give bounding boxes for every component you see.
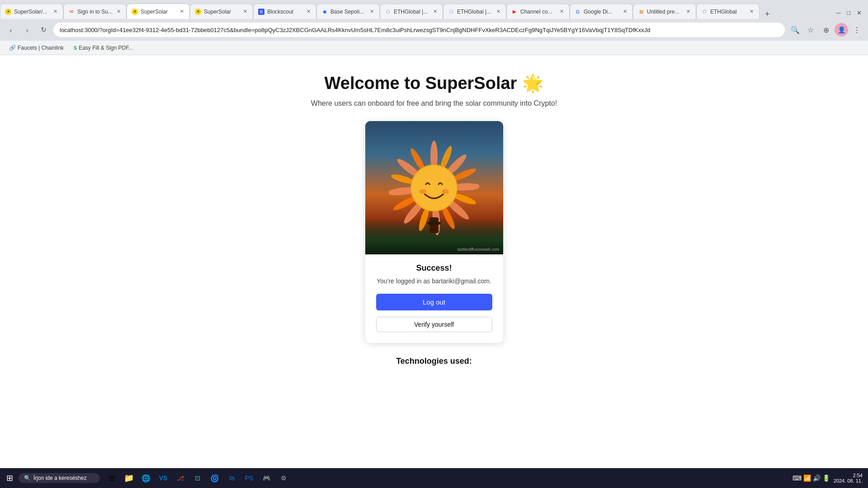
taskbar: ⊞ 🔍 Írjon ide a kereséshez ⊞ 📁 🌐 VS ⎇ ⊡ …: [0, 468, 868, 470]
technologies-section-title: Technologies used:: [396, 357, 472, 366]
card-body: Success! You're logged in as bartariki@g…: [365, 254, 503, 343]
back-button[interactable]: ‹: [5, 23, 17, 36]
page-content: Welcome to SuperSolar 🌟 Where users can …: [0, 55, 868, 470]
logged-in-message: You're logged in as bartariki@gmail.com.: [376, 277, 492, 285]
tab-close-button[interactable]: ✕: [369, 8, 375, 15]
search-icon[interactable]: 🔍: [788, 23, 802, 37]
browser-tab-active[interactable]: ☀ SuperSolar ✕: [127, 4, 190, 19]
tab-title: Base Sepoli...: [330, 9, 366, 15]
browser-tab[interactable]: ⬡ ETHGlobal ✕: [696, 4, 760, 19]
bookmark-chainlink[interactable]: 🔗 Faucets | Chainlink: [5, 43, 67, 52]
success-title: Success!: [376, 263, 492, 273]
tab-title: SuperSolar: [204, 9, 240, 15]
tab-favicon: ☀: [195, 9, 201, 15]
logout-button[interactable]: Log out: [376, 294, 492, 310]
tab-close-button[interactable]: ✕: [559, 8, 565, 15]
sun-emoji-icon: 🌟: [522, 73, 543, 93]
browser-tab[interactable]: ▶ Channel co... ✕: [506, 4, 570, 19]
browser-tab[interactable]: ◉ Base Sepoli... ✕: [316, 4, 380, 19]
browser-tab[interactable]: ⬡ ETHGlobal |... ✕: [380, 4, 443, 19]
bookmark-label: Faucets | Chainlink: [18, 45, 64, 51]
svg-rect-21: [427, 222, 441, 225]
close-button[interactable]: ✕: [854, 9, 864, 17]
tab-close-button[interactable]: ✕: [749, 8, 755, 15]
tab-close-button[interactable]: ✕: [306, 8, 311, 15]
bookmark-icon: S: [74, 45, 77, 51]
browser-tab[interactable]: ☀ SuperSolar ✕: [190, 4, 253, 19]
window-controls: ─ □ ✕: [830, 7, 868, 19]
bookmark-icon[interactable]: ☆: [804, 23, 817, 37]
tab-favicon: ▦: [638, 9, 644, 15]
tab-title: Blockscout: [267, 9, 303, 15]
tab-title: ETHGlobal |...: [457, 9, 493, 15]
tab-title: Untitled pre...: [647, 9, 683, 15]
verify-button[interactable]: Verify yourself: [376, 317, 492, 332]
bookmark-icon: 🔗: [9, 45, 16, 51]
tab-favicon: ◉: [321, 9, 328, 15]
tab-close-button[interactable]: ✕: [179, 8, 185, 15]
browser-tab[interactable]: ✉ Sign in to Su... ✕: [63, 4, 127, 19]
sun-illustration: stablediffusionweb.com: [365, 121, 503, 254]
tab-favicon: ✉: [68, 9, 75, 15]
svg-point-19: [442, 189, 449, 194]
bookmark-label: Easy Fill & Sign PDF...: [79, 45, 133, 51]
tab-favicon: ☀: [132, 9, 138, 15]
menu-button[interactable]: ⋮: [850, 23, 863, 37]
bookmarks-bar: 🔗 Faucets | Chainlink S Easy Fill & Sign…: [0, 41, 868, 55]
forward-button[interactable]: ›: [21, 23, 33, 36]
browser-tab[interactable]: B Blockscout ✕: [253, 4, 316, 19]
tab-close-button[interactable]: ✕: [495, 8, 501, 15]
browser-chrome: ☀ SuperSolar/... ✕ ✉ Sign in to Su... ✕ …: [0, 0, 868, 55]
tab-title: Sign in to Su...: [77, 9, 113, 15]
tab-favicon: G: [575, 9, 581, 15]
browser-tab[interactable]: ⬡ ETHGlobal |... ✕: [443, 4, 506, 19]
minimize-button[interactable]: ─: [834, 9, 843, 17]
tab-favicon: ⬡: [448, 9, 454, 15]
tab-title: ETHGlobal |...: [394, 9, 429, 15]
main-card: stablediffusionweb.com Success! You're l…: [365, 121, 503, 343]
card-image: stablediffusionweb.com: [365, 121, 503, 254]
url-input[interactable]: [53, 23, 785, 37]
svg-rect-20: [429, 217, 439, 233]
new-tab-button[interactable]: +: [761, 9, 774, 19]
sun-svg: [389, 138, 479, 238]
tab-favicon: ☀: [5, 9, 11, 15]
tab-title: SuperSolar/...: [14, 9, 50, 15]
tab-close-button[interactable]: ✕: [622, 8, 628, 15]
profile-icon[interactable]: 👤: [835, 23, 848, 37]
page-title: Welcome to SuperSolar 🌟: [325, 73, 544, 93]
tab-bar: ☀ SuperSolar/... ✕ ✉ Sign in to Su... ✕ …: [0, 0, 868, 19]
tab-close-button[interactable]: ✕: [116, 8, 122, 15]
tab-close-button[interactable]: ✕: [52, 8, 58, 15]
toolbar-icons: 🔍 ☆ ⊕ 👤 ⋮: [788, 23, 863, 37]
tab-favicon: ▶: [511, 9, 518, 15]
maximize-button[interactable]: □: [844, 9, 853, 17]
address-bar: ‹ › ↻ 🔍 ☆ ⊕ 👤 ⋮: [0, 19, 868, 41]
reload-button[interactable]: ↻: [37, 23, 50, 36]
browser-tab[interactable]: ▦ Untitled pre... ✕: [633, 4, 696, 19]
browser-tab[interactable]: G Google Di... ✕: [570, 4, 633, 19]
tab-title: ETHGlobal: [710, 9, 746, 15]
svg-point-18: [419, 189, 426, 194]
extensions-icon[interactable]: ⊕: [819, 23, 833, 37]
tab-close-button[interactable]: ✕: [432, 8, 438, 15]
browser-tab[interactable]: ☀ SuperSolar/... ✕: [0, 4, 63, 19]
tab-favicon: ⬡: [385, 9, 391, 15]
svg-point-17: [411, 165, 457, 211]
page-subtitle: Where users can onboard for free and bri…: [311, 99, 557, 108]
image-watermark: stablediffusionweb.com: [457, 247, 499, 252]
tab-title: Google Di...: [584, 9, 619, 15]
tab-title: SuperSolar: [141, 9, 176, 15]
tab-close-button[interactable]: ✕: [242, 8, 248, 15]
tab-favicon: ⬡: [701, 9, 708, 15]
tab-title: Channel co...: [520, 9, 556, 15]
tab-close-button[interactable]: ✕: [685, 8, 691, 15]
bookmark-pdf[interactable]: S Easy Fill & Sign PDF...: [70, 43, 137, 52]
tab-favicon: B: [258, 9, 264, 15]
page-title-text: Welcome to SuperSolar: [325, 74, 517, 93]
